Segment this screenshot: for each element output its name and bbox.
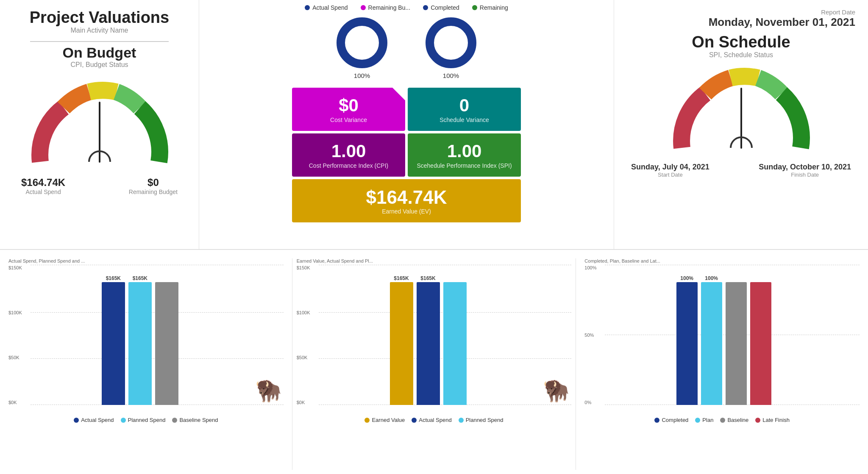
legend-remaining: Remaining — [472, 4, 508, 11]
chart2-y-label: Earned Value, Actual Spend and Pl... — [297, 258, 572, 263]
finish-date-value: Sunday, October 10, 2021 — [759, 163, 851, 172]
chart2-legend-label-planned: Planned Spend — [466, 417, 504, 423]
middle-panel: Actual Spend Remaining Bu... Completed R… — [199, 0, 614, 249]
chart2-legend-ev: Earned Value — [364, 417, 405, 423]
budget-status: On Budget — [63, 44, 136, 61]
schedule-status: On Schedule — [692, 33, 790, 51]
cost-variance-value: $0 — [300, 95, 397, 116]
chart2-legend-planned: Planned Spend — [459, 417, 504, 423]
chart2-legend-label-actual: Actual Spend — [419, 417, 451, 423]
chart3-tick-0: 0% — [584, 400, 604, 405]
donut2-svg — [423, 15, 479, 70]
bar2-2-label: $165K — [420, 275, 435, 281]
schedule-variance-label: Schedule Variance — [416, 116, 512, 123]
chart1-legend-planned: Planned Spend — [121, 417, 166, 423]
bar3-1-label: 100% — [680, 275, 693, 281]
start-date-value: Sunday, July 04, 2021 — [631, 163, 709, 172]
actual-spend-value: $164.74K — [21, 177, 65, 188]
chart1-animal-icon: 🦬 — [255, 378, 281, 403]
start-date-display: Sunday, July 04, 2021 Start Date — [631, 163, 709, 178]
main-container: Project Valuations Main Activity Name On… — [0, 0, 868, 474]
chart2-tick-50: $50K — [297, 355, 318, 360]
chart3-bars: 100% 100% — [605, 274, 843, 405]
cpi-value: 1.00 — [300, 141, 397, 161]
bottom-section: Actual Spend, Planned Spend and ... $0K … — [0, 250, 868, 474]
chart3-y-axis: 0% 50% 100% — [584, 265, 604, 405]
bar1-3-wrapper — [155, 281, 178, 405]
chart3-legend-label-completed: Completed — [662, 417, 688, 423]
chart2-area: $0K $50K $100K $150K $165K — [297, 265, 572, 413]
project-subtitle: Main Activity Name — [70, 27, 128, 34]
budget-status-sub: CPI, Budget Status — [70, 61, 128, 69]
chart1-y-axis: $0K $50K $100K $150K — [8, 265, 30, 405]
bar2-actual — [417, 282, 440, 405]
report-date-value: Monday, November 01, 2021 — [627, 16, 855, 29]
bar2-ev — [390, 282, 413, 405]
chart1-tick-0: $0K — [8, 400, 30, 405]
svg-point-4 — [438, 30, 464, 55]
legend-dot-actual — [305, 5, 310, 10]
legend-actual-spend: Actual Spend — [305, 4, 348, 11]
chart2-y-axis: $0K $50K $100K $150K — [297, 265, 318, 405]
chart3-legend-label-plan: Plan — [702, 417, 713, 423]
chart3-area: 0% 50% 100% 100% 100% — [584, 265, 860, 413]
chart1-legend-actual: Actual Spend — [74, 417, 114, 423]
chart3-y-label: Completed, Plan, Baseline and Lat... — [584, 258, 860, 263]
bar2-1-wrapper: $165K — [390, 275, 413, 405]
schedule-variance-value: 0 — [416, 95, 512, 116]
legend-label-actual: Actual Spend — [312, 4, 348, 11]
legend-remaining-bu: Remaining Bu... — [361, 4, 411, 11]
bar3-2-label: 100% — [705, 275, 718, 281]
bar1-planned — [128, 282, 152, 405]
finish-date-display: Sunday, October 10, 2021 Finish Date — [759, 163, 851, 178]
bar2-1-label: $165K — [394, 275, 409, 281]
chart2-legend-dot-actual — [412, 418, 417, 423]
right-panel: Report Date Monday, November 01, 2021 On… — [614, 0, 868, 249]
budget-gauge-svg — [28, 77, 172, 170]
kpi-grid: $0 Cost Variance 0 Schedule Variance 1.0… — [292, 88, 521, 222]
chart2-panel: Earned Value, Actual Spend and Pl... $0K… — [292, 258, 576, 470]
legend-label-remaining2: Remaining — [480, 4, 508, 11]
chart3-tick-50: 50% — [584, 333, 604, 338]
cost-variance-box: $0 Cost Variance — [292, 88, 405, 131]
budget-gauge — [28, 77, 172, 170]
bar3-1-wrapper: 100% — [676, 275, 698, 405]
legend-dot-remaining2 — [472, 5, 477, 10]
chart2-animal-icon: 🦬 — [543, 378, 569, 403]
cost-variance-label: Cost Variance — [300, 116, 397, 123]
chart3-legend: Completed Plan Baseline Late Finish — [584, 417, 860, 423]
remaining-budget-display: $0 Remaining Budget — [129, 177, 178, 195]
actual-spend-label: Actual Spend — [21, 188, 65, 195]
bar3-plan — [701, 282, 722, 405]
chart1-panel: Actual Spend, Planned Spend and ... $0K … — [4, 258, 288, 470]
chart2-legend-dot-ev — [364, 418, 370, 423]
grid3-line-100 — [605, 265, 860, 265]
grid-line-100 — [31, 265, 284, 265]
remaining-budget-value: $0 — [129, 177, 178, 188]
chart3-legend-dot-latefinish — [755, 418, 760, 423]
legend-dot-completed — [423, 5, 428, 10]
bar1-baseline — [155, 282, 178, 405]
gauge-bottom: $164.74K Actual Spend $0 Remaining Budge… — [13, 177, 186, 195]
bar1-actual — [102, 282, 125, 405]
left-panel: Project Valuations Main Activity Name On… — [0, 0, 199, 249]
ev-value: $164.74K — [300, 187, 513, 208]
bar3-completed — [676, 282, 698, 405]
ev-label: Earned Value (EV) — [300, 208, 513, 215]
top-legend: Actual Spend Remaining Bu... Completed R… — [305, 4, 508, 11]
bar2-3-wrapper — [443, 281, 467, 405]
chart1-bars: $165K $165K — [31, 274, 250, 405]
bar3-baseline — [726, 282, 747, 405]
chart3-legend-completed: Completed — [654, 417, 688, 423]
chart3-tick-100: 100% — [584, 265, 604, 270]
bar2-planned — [443, 282, 467, 405]
spi-label: Scehedule Performance Index (SPI) — [416, 162, 512, 169]
donut1-svg — [334, 15, 389, 70]
bar2-2-wrapper: $165K — [417, 275, 440, 405]
donut1-label: 100% — [354, 72, 370, 79]
chart2-tick-100: $100K — [297, 310, 318, 315]
chart2-legend-actual: Actual Spend — [412, 417, 451, 423]
chart2-legend: Earned Value Actual Spend Planned Spend — [297, 417, 572, 423]
schedule-gauge — [669, 63, 813, 156]
bar3-latefinish — [750, 282, 771, 405]
